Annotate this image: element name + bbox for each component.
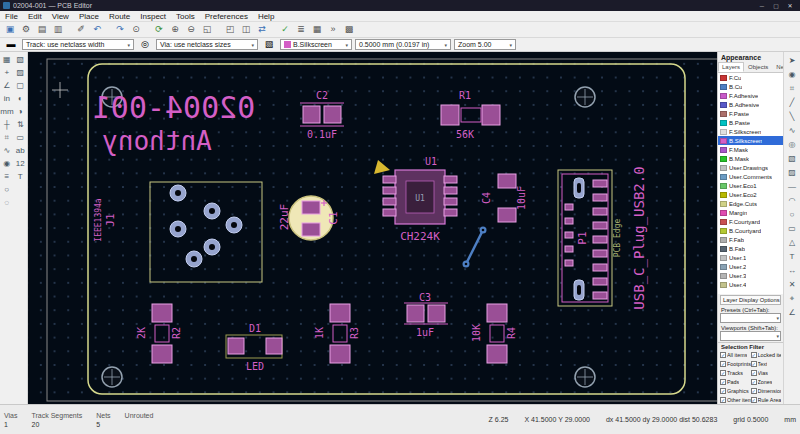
layer-row-f-adhesive[interactable]: F.Adhesive [718,91,783,100]
zoom-in-button[interactable]: ⊕ [167,23,183,37]
layer-row-user-1[interactable]: User.1 [718,253,783,262]
draw-arc-button[interactable]: ◠ [785,193,800,207]
units-inches-button[interactable]: in [0,92,13,105]
undo-button[interactable]: ↶ [89,23,105,37]
menu-item[interactable]: Route [104,12,135,21]
layer-color-swatch[interactable] [720,201,727,207]
track-width-select[interactable]: Track: use netclass width ▾ [22,39,134,50]
filter-item[interactable]: Graphics [720,386,751,395]
footprint-c1[interactable]: C1 22uF [278,196,340,240]
layer-color-swatch[interactable] [720,264,727,270]
hide-inactive-layers-button[interactable]: ◑ [14,105,27,118]
layer-row-b-paste[interactable]: B.Paste [718,118,783,127]
units-mm-button[interactable]: mm [0,105,13,118]
pcb-drawing[interactable]: 02004-001 Anthony C2 0.1uF R1 56K [28,52,717,404]
track-segment[interactable] [463,227,487,268]
filter-checkbox[interactable] [751,388,757,394]
filter-item[interactable]: Locked items [751,350,782,359]
filter-item[interactable]: Other items [720,395,751,404]
layer-row-user-2[interactable]: User.2 [718,262,783,271]
layer-row-margin[interactable]: Margin [718,208,783,217]
layer-color-swatch[interactable] [720,156,727,162]
filter-checkbox[interactable] [720,379,726,385]
layer-color-swatch[interactable] [720,93,727,99]
filter-checkbox[interactable] [751,361,757,367]
filter-checkbox[interactable] [720,388,726,394]
pcb-canvas[interactable]: 02004-001 Anthony C2 0.1uF R1 56K [28,52,717,404]
layer-row-user-eco2[interactable]: User.Eco2 [718,190,783,199]
filter-item[interactable]: Tracks [720,368,751,377]
origin-tool-button[interactable]: ⌖ [785,291,800,305]
minimize-button[interactable]: ─ [755,3,769,9]
grid-origin-button[interactable]: + [0,66,13,79]
polar-coords-button[interactable]: ∠ [0,79,13,92]
menu-item[interactable]: File [0,12,23,21]
layer-color-swatch[interactable] [720,174,727,180]
filter-checkbox[interactable] [720,352,726,358]
zoom-out-button[interactable]: ⊖ [183,23,199,37]
layer-row-edge-cuts[interactable]: Edge.Cuts [718,199,783,208]
footprint-r3[interactable]: 1K R3 [314,304,360,363]
filter-item[interactable]: Vias [751,368,782,377]
tune-length-button[interactable]: ∿ [785,123,800,137]
footprint-c4[interactable]: C4 10uF [481,174,527,222]
layer-row-user-3[interactable]: User.3 [718,271,783,280]
close-button[interactable]: ✕ [783,2,797,9]
layer-row-b-courtyard[interactable]: B.Courtyard [718,226,783,235]
filter-checkbox[interactable] [720,361,726,367]
layer-row-f-mask[interactable]: F.Mask [718,145,783,154]
layer-row-f-fab[interactable]: F.Fab [718,235,783,244]
maximize-button[interactable]: ▢ [769,2,783,9]
footprint-r2[interactable]: 2K R2 [136,304,182,363]
add-zone-button[interactable]: ▧ [785,151,800,165]
ratsnest-button[interactable]: ⌗ [0,131,13,144]
filter-checkbox[interactable] [751,352,757,358]
measure-tool-button[interactable]: ∠ [785,305,800,319]
zoom-selection-button[interactable]: ◰ [222,23,238,37]
cursor-shape-button[interactable]: ┼ [0,118,13,131]
add-text-button[interactable]: T [785,249,800,263]
grid-select[interactable]: 0.5000 mm (0.0197 in) ▾ [355,39,451,50]
footprint-d1[interactable]: D1 LED [226,323,282,372]
layer-color-swatch[interactable] [720,138,727,144]
layer-color-swatch[interactable] [720,111,727,117]
local-ratsnest-button[interactable]: ⌗ [785,81,800,95]
draw-circle-button[interactable]: ○ [785,207,800,221]
refresh-button[interactable]: ⟳ [151,23,167,37]
menu-item[interactable]: Preferences [200,12,253,21]
layer-color-swatch[interactable] [720,246,727,252]
layer-color-swatch[interactable] [720,219,727,225]
layer-color-swatch[interactable] [720,75,727,81]
draw-polygon-button[interactable]: △ [785,235,800,249]
active-layer-select[interactable]: B.Silkscreen ▾ [280,39,352,50]
layer-row-f-courtyard[interactable]: F.Courtyard [718,217,783,226]
footprint-c2[interactable]: C2 0.1uF [300,90,344,140]
zone-outline-button[interactable]: ▨ [14,66,27,79]
delete-tool-button[interactable]: ✕ [785,277,800,291]
layer-row-f-paste[interactable]: F.Paste [718,109,783,118]
appearance-tab[interactable]: Layers [718,62,744,72]
footprint-c3[interactable]: C3 1uF [404,292,448,338]
page-settings-button[interactable]: ▤ [34,23,50,37]
pad-numbers-button[interactable]: 12 [14,157,27,170]
ratsnest-curved-button[interactable]: ∿ [0,144,13,157]
print-button[interactable]: ▥ [50,23,66,37]
layer-display-options[interactable]: Layer Display Options [720,295,781,305]
via-size-select[interactable]: Via: use netclass sizes ▾ [156,39,258,50]
footprint-text-button[interactable]: T [14,170,27,183]
menu-item[interactable]: Inspect [135,12,171,21]
layer-row-b-mask[interactable]: B.Mask [718,154,783,163]
layer-color-swatch[interactable] [720,84,727,90]
footprint-p1[interactable]: P1 PCB Edge USB_C_Plug_USB2.0 [558,166,648,309]
viewports-select[interactable]: ▾ [720,331,781,341]
filter-item[interactable]: Footprints [720,359,751,368]
zoom-fit-button[interactable]: ◱ [199,23,215,37]
layer-row-user-comments[interactable]: User.Comments [718,172,783,181]
redo-button[interactable]: ↷ [112,23,128,37]
sketch-vias-button[interactable]: ○ [0,183,13,196]
zone-hidden-button[interactable]: ▢ [14,79,27,92]
track-width-menu-button[interactable]: ▬ [3,38,19,52]
footprint-r4[interactable]: 10K R4 [471,304,517,363]
filter-item[interactable]: All items [720,350,751,359]
filter-checkbox[interactable] [720,397,726,403]
